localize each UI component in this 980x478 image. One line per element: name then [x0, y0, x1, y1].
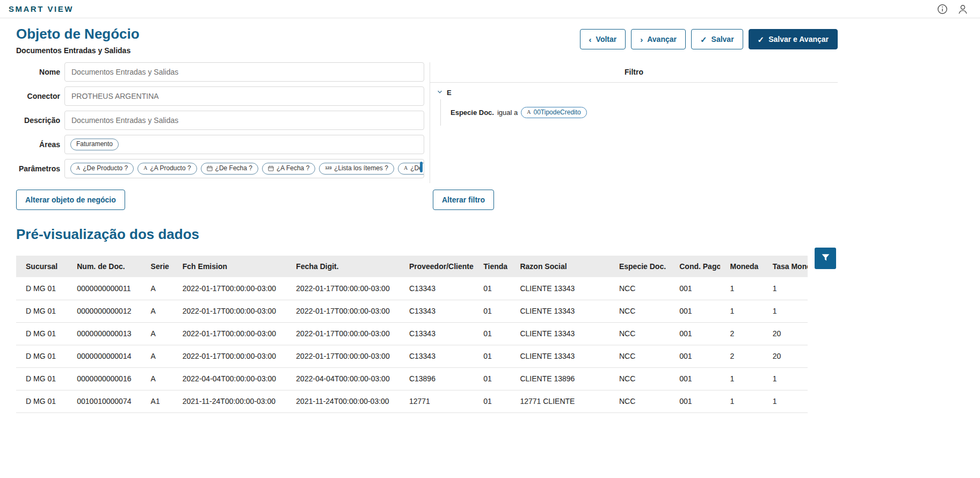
- business-object-form: Nome Documentos Entradas y Salidas Conec…: [16, 62, 424, 210]
- next-button[interactable]: › Avançar: [631, 29, 686, 49]
- column-header[interactable]: Cond. Pago: [670, 256, 720, 277]
- table-row[interactable]: D MG 010000000000012A2022-01-17T00:00:00…: [16, 300, 808, 322]
- page-header: Objeto de Negócio Documentos Entradas y …: [16, 26, 838, 55]
- table-row[interactable]: D MG 010000000000013A2022-01-17T00:00:00…: [16, 322, 808, 345]
- table-cell: 001: [670, 300, 720, 322]
- column-header[interactable]: Tasa Moneda: [763, 256, 808, 277]
- info-icon[interactable]: [937, 4, 948, 15]
- table-cell: 2021-11-24T00:00:00-03:00: [286, 390, 400, 412]
- conector-label: Conector: [16, 92, 60, 100]
- text-param-icon: A: [76, 165, 80, 171]
- table-filter-button[interactable]: [815, 248, 836, 269]
- tag[interactable]: A¿A Producto ?: [137, 163, 197, 174]
- column-header[interactable]: Especie Doc.: [609, 256, 670, 277]
- column-header[interactable]: Fch Emision: [173, 256, 287, 277]
- user-icon[interactable]: [957, 4, 968, 15]
- conector-input[interactable]: PROTHEUS ARGENTINA: [64, 86, 424, 106]
- nome-input[interactable]: Documentos Entradas y Salidas: [64, 62, 424, 82]
- table-cell: A: [141, 300, 173, 322]
- table-cell: 2022-01-17T00:00:00-03:00: [173, 277, 287, 300]
- filter-tree: E Especie Doc. igual a A 00TipodeCredito: [430, 83, 838, 183]
- table-row[interactable]: D MG 010010010000074A12021-11-24T00:00:0…: [16, 390, 808, 412]
- change-filter-button[interactable]: Alterar filtro: [433, 190, 494, 210]
- column-header[interactable]: Razon Social: [510, 256, 609, 277]
- column-header[interactable]: Num. de Doc.: [67, 256, 141, 277]
- table-cell: C13896: [400, 367, 474, 390]
- filter-condition[interactable]: Especie Doc. igual a A 00TipodeCredito: [451, 107, 838, 118]
- column-header[interactable]: Serie: [141, 256, 173, 277]
- table-cell: 0000000000012: [67, 300, 141, 322]
- column-header[interactable]: Tienda: [474, 256, 510, 277]
- table-cell: 20: [763, 345, 808, 367]
- page-subtitle: Documentos Entradas y Salidas: [16, 46, 140, 55]
- tag[interactable]: A¿De Producto ?: [70, 163, 134, 174]
- parametros-scrollbar[interactable]: [420, 162, 423, 172]
- table-cell: 1: [720, 367, 763, 390]
- table-header-row: Sucursal Num. de Doc. Serie Fch Emision …: [16, 256, 808, 277]
- tag[interactable]: ¿A Fecha ?: [262, 163, 315, 174]
- text-param-icon: A: [404, 165, 408, 171]
- filter-group-node[interactable]: E: [437, 89, 838, 97]
- app-logo: SMART VIEW: [9, 4, 74, 13]
- table-cell: CLIENTE 13896: [510, 367, 609, 390]
- tag[interactable]: Faturamento: [70, 139, 119, 150]
- table-cell: 001: [670, 345, 720, 367]
- table-cell: 1: [763, 277, 808, 300]
- table-row[interactable]: D MG 010000000000011A2022-01-17T00:00:00…: [16, 277, 808, 300]
- table-cell: 1: [763, 300, 808, 322]
- table-cell: 01: [474, 367, 510, 390]
- chevron-left-icon: ‹: [589, 35, 592, 44]
- preview-table: Sucursal Num. de Doc. Serie Fch Emision …: [16, 256, 808, 413]
- table-cell: NCC: [609, 322, 670, 345]
- table-cell: NCC: [609, 277, 670, 300]
- parametros-input[interactable]: A¿De Producto ?A¿A Producto ?¿De Fecha ?…: [64, 159, 424, 178]
- table-cell: 2021-11-24T00:00:00-03:00: [173, 390, 287, 412]
- table-cell: 2022-01-17T00:00:00-03:00: [286, 277, 400, 300]
- table-cell: CLIENTE 13343: [510, 300, 609, 322]
- filter-condition-field: Especie Doc.: [451, 108, 494, 117]
- table-cell: 2022-01-17T00:00:00-03:00: [286, 322, 400, 345]
- table-cell: 01: [474, 300, 510, 322]
- funnel-icon: [821, 253, 830, 264]
- table-cell: 0000000000013: [67, 322, 141, 345]
- table-cell: 01: [474, 322, 510, 345]
- back-button[interactable]: ‹ Voltar: [580, 29, 626, 49]
- table-cell: C13343: [400, 345, 474, 367]
- table-row[interactable]: D MG 010000000000016A2022-04-04T00:00:00…: [16, 367, 808, 390]
- filter-value-tag[interactable]: A 00TipodeCredito: [521, 107, 587, 118]
- save-and-next-button[interactable]: ✓ Salvar e Avançar: [749, 29, 838, 49]
- filter-panel: Filtro E Especie Doc. igual a: [430, 62, 838, 210]
- table-row[interactable]: D MG 010000000000014A2022-01-17T00:00:00…: [16, 345, 808, 367]
- save-button[interactable]: ✓ Salvar: [691, 29, 743, 49]
- column-header[interactable]: Moneda: [720, 256, 763, 277]
- tag[interactable]: 123¿Lista los ítemes ?: [319, 163, 394, 174]
- main-content: Objeto de Negócio Documentos Entradas y …: [16, 26, 838, 413]
- table-cell: 2022-04-04T00:00:00-03:00: [286, 367, 400, 390]
- table-cell: D MG 01: [16, 390, 67, 412]
- page-title-block: Objeto de Negócio Documentos Entradas y …: [16, 26, 140, 55]
- table-cell: 2022-01-17T00:00:00-03:00: [286, 300, 400, 322]
- text-param-icon: A: [527, 110, 531, 115]
- column-header[interactable]: Fecha Digit.: [286, 256, 400, 277]
- table-cell: 2022-01-17T00:00:00-03:00: [173, 345, 287, 367]
- change-business-object-button[interactable]: Alterar objeto de negócio: [16, 190, 125, 210]
- table-cell: 0000000000011: [67, 277, 141, 300]
- column-header[interactable]: Proveedor/Cliente: [400, 256, 474, 277]
- table-cell: NCC: [609, 390, 670, 412]
- filter-panel-title: Filtro: [430, 62, 838, 83]
- table-cell: 2022-01-17T00:00:00-03:00: [286, 345, 400, 367]
- field-areas: Áreas Faturamento: [16, 135, 424, 154]
- column-header[interactable]: Sucursal: [16, 256, 67, 277]
- table-cell: 001: [670, 277, 720, 300]
- field-nome: Nome Documentos Entradas y Salidas: [16, 62, 424, 82]
- table-cell: 12771: [400, 390, 474, 412]
- areas-input[interactable]: Faturamento: [64, 135, 424, 154]
- table-cell: 001: [670, 367, 720, 390]
- table-cell: 0000000000016: [67, 367, 141, 390]
- table-cell: C13343: [400, 322, 474, 345]
- descricao-input[interactable]: Documentos Entradas y Salidas: [64, 111, 424, 130]
- tag-label: ¿A Producto ?: [150, 164, 191, 172]
- tag[interactable]: ¿De Fecha ?: [201, 163, 258, 174]
- tag-label: ¿A Fecha ?: [277, 164, 309, 172]
- table-cell: 001: [670, 390, 720, 412]
